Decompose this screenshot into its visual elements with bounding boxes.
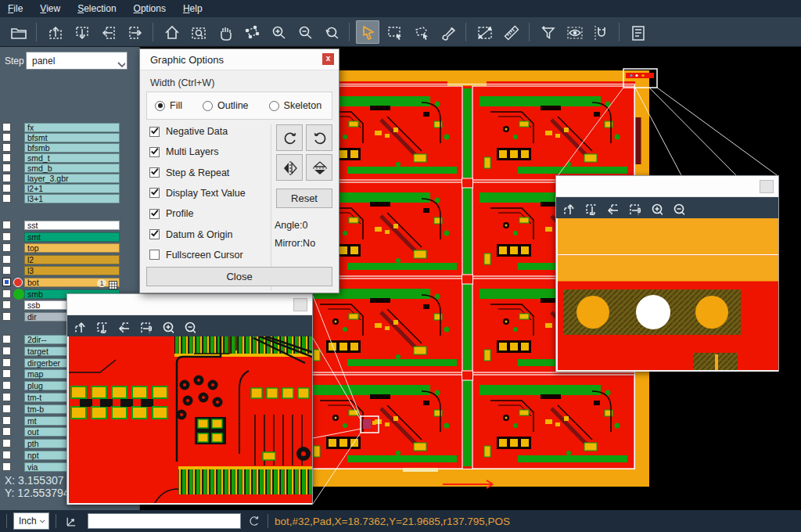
radio-outline[interactable]: Outline <box>203 100 249 111</box>
ruler-button[interactable] <box>499 20 523 44</box>
layer-row-bfsmb[interactable]: bfsmb <box>0 143 139 153</box>
dialog-close-icon[interactable]: x <box>322 53 334 65</box>
layer-row-layer_3.gbr[interactable]: layer_3.gbr <box>0 174 139 183</box>
layer-color-bar[interactable]: sst <box>24 221 120 230</box>
fit-home-button[interactable] <box>160 20 183 44</box>
magnifier-content[interactable] <box>556 218 778 372</box>
magnifier-window-left[interactable] <box>66 293 313 505</box>
zoom-in-button[interactable] <box>266 20 289 44</box>
zoom-out-button[interactable] <box>293 20 316 44</box>
magnifier-title-bar[interactable] <box>556 176 778 197</box>
dialog-title-bar[interactable]: Graphic Options x <box>140 49 339 70</box>
layer-row-bfsmt[interactable]: bfsmt <box>0 133 139 142</box>
checkbox-box[interactable] <box>149 209 160 219</box>
layer-color-bar[interactable]: l3 <box>24 266 120 275</box>
menu-options[interactable]: Options <box>134 3 166 14</box>
shift-left-icon[interactable] <box>116 319 130 333</box>
layer-checkbox[interactable] <box>2 194 11 203</box>
shift-up-icon[interactable] <box>72 319 86 333</box>
layer-checkbox[interactable] <box>2 184 11 192</box>
reset-button[interactable]: Reset <box>276 189 332 208</box>
checkbox-negative-data[interactable]: Negative Data <box>149 124 228 138</box>
mirror-horizontal-button[interactable] <box>276 154 303 181</box>
pan-button[interactable] <box>213 20 236 44</box>
layer-row-smd_b[interactable]: smd_b <box>0 164 139 173</box>
zoom-out-icon[interactable] <box>670 201 684 215</box>
layer-row-bot[interactable]: bot1 <box>0 278 139 287</box>
rotate-cw-button[interactable] <box>276 124 303 151</box>
zoom-in-icon[interactable] <box>160 319 174 333</box>
layer-checkbox[interactable] <box>2 347 11 355</box>
layer-color-bar[interactable]: bfsmb <box>24 143 120 153</box>
layer-checkbox[interactable] <box>2 153 11 162</box>
layer-checkbox[interactable] <box>2 451 11 459</box>
radio-fill[interactable]: Fill <box>155 100 182 111</box>
layer-row-l2[interactable]: l2 <box>0 255 139 264</box>
shift-down-icon[interactable] <box>583 201 597 215</box>
layer-row-l3+1[interactable]: l3+1 <box>0 194 139 203</box>
report-list-button[interactable] <box>626 20 649 44</box>
checkbox-box[interactable] <box>149 229 160 239</box>
rotate-ccw-button[interactable] <box>306 124 332 151</box>
checkbox-box[interactable] <box>149 188 160 198</box>
checkbox-fullscreen-cursor[interactable]: Fullscreen Cursor <box>149 248 243 262</box>
layer-checkbox[interactable] <box>2 427 11 436</box>
layer-checkbox[interactable] <box>2 369 11 378</box>
layer-color-bar[interactable]: smt <box>24 232 120 242</box>
shift-down-icon[interactable] <box>94 319 108 333</box>
layer-checkbox[interactable] <box>2 133 11 142</box>
layer-color-bar[interactable]: top <box>24 243 120 253</box>
menu-view[interactable]: View <box>40 3 60 14</box>
command-input[interactable] <box>88 513 241 529</box>
layer-row-top[interactable]: top <box>0 243 139 253</box>
layer-color-bar[interactable]: bfsmt <box>24 133 120 142</box>
layer-checkbox[interactable] <box>2 404 11 413</box>
layer-checkbox[interactable] <box>2 335 11 343</box>
checkbox-profile[interactable]: Profile <box>149 207 193 221</box>
unit-dropdown[interactable]: Inch <box>13 512 49 530</box>
layer-checkbox[interactable] <box>2 278 11 286</box>
menu-help[interactable]: Help <box>183 3 203 14</box>
rectangle-select-button[interactable] <box>383 20 406 44</box>
shift-left-icon[interactable] <box>605 201 619 215</box>
step-dropdown[interactable]: panel <box>26 52 128 70</box>
shift-view-up-button[interactable] <box>43 20 66 44</box>
layer-checkbox[interactable] <box>2 174 11 182</box>
layer-row-smt[interactable]: smt <box>0 232 139 242</box>
layer-color-bar[interactable]: smd_t <box>24 153 120 163</box>
layer-row-sst[interactable]: sst <box>0 221 139 230</box>
layer-color-bar[interactable]: bot1 <box>24 278 120 287</box>
layer-checkbox[interactable] <box>2 232 11 241</box>
polygon-tool-button[interactable] <box>239 20 263 44</box>
clean-brush-button[interactable] <box>436 20 459 44</box>
polygon-select-button[interactable] <box>409 20 433 44</box>
zoom-previous-button[interactable] <box>319 20 343 44</box>
close-button[interactable]: Close <box>146 267 332 286</box>
filter-button[interactable] <box>536 20 559 44</box>
layer-checkbox[interactable] <box>2 164 11 172</box>
layer-checkbox[interactable] <box>2 416 11 425</box>
window-control-button[interactable] <box>293 298 307 311</box>
layer-checkbox[interactable] <box>2 312 11 321</box>
layer-checkbox[interactable] <box>2 393 11 401</box>
zoom-window-button[interactable] <box>186 20 210 44</box>
magnifier-window-right[interactable] <box>555 175 779 372</box>
layer-checkbox[interactable] <box>2 289 11 298</box>
layer-color-bar[interactable]: l2+1 <box>24 184 120 193</box>
magnifier-content[interactable] <box>67 336 312 505</box>
checkbox-box[interactable] <box>149 167 160 178</box>
layer-row-fx[interactable]: fx <box>0 123 139 132</box>
checkbox-multi-layers[interactable]: Multi Layers <box>149 145 218 159</box>
layer-color-bar[interactable]: smd_b <box>24 164 120 173</box>
layer-color-bar[interactable]: l2 <box>24 255 120 264</box>
checkbox-box[interactable] <box>149 147 160 157</box>
checkbox-box[interactable] <box>149 127 160 137</box>
shift-view-right-button[interactable] <box>123 20 146 44</box>
layer-row-l3[interactable]: l3 <box>0 266 139 275</box>
checkbox-display-text-value[interactable]: Display Text Value <box>149 186 246 200</box>
shift-view-left-button[interactable] <box>96 20 120 44</box>
layer-checkbox[interactable] <box>2 143 11 152</box>
layer-checkbox[interactable] <box>2 266 11 275</box>
layer-row-smd_t[interactable]: smd_t <box>0 153 139 163</box>
layer-color-bar[interactable]: layer_3.gbr <box>24 174 120 183</box>
